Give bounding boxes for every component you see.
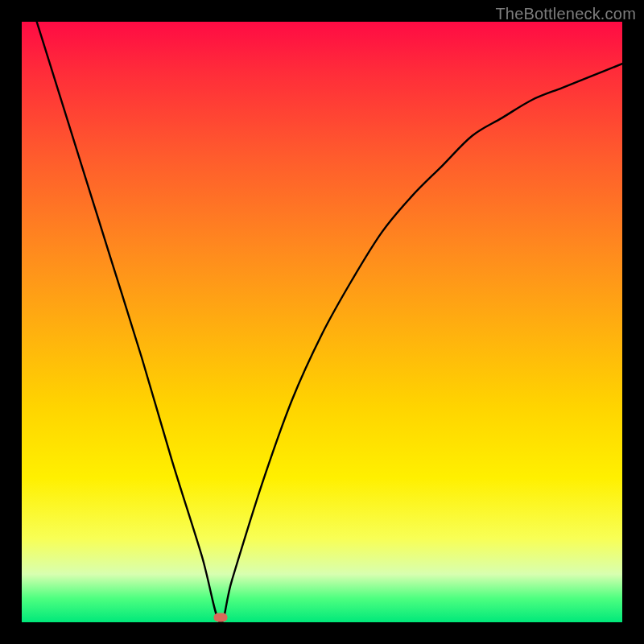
watermark-text: TheBottleneck.com [495,5,636,23]
chart-plot-area [22,22,622,622]
bottleneck-curve [22,22,622,622]
optimal-point-marker [213,613,227,622]
